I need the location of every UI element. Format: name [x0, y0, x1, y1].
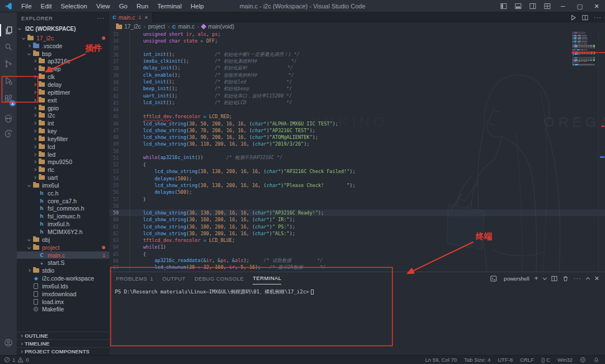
code-line-43[interactable]: 43 lcd_init(); /* 初始化LCD */ — [109, 100, 605, 106]
close-button[interactable]: ✕ — [588, 0, 605, 12]
platform[interactable]: Win32 — [557, 357, 573, 363]
code-line-46[interactable]: 46 lcd_show_string(30, 50, 200, 16, 16, … — [109, 120, 605, 127]
chevron-right-icon[interactable] — [33, 122, 36, 125]
menu-selection[interactable]: Selection — [56, 0, 91, 12]
code-line-45[interactable]: 45 tftlcd_dev.forecolor = LCD_RED; — [109, 113, 605, 120]
section-outline[interactable]: OUTLINE — [17, 332, 109, 339]
tree-item-cc.h[interactable]: hcc.h — [17, 189, 109, 197]
problems-status[interactable]: 1 0 — [4, 357, 29, 363]
restore-button[interactable]: ▢ — [571, 0, 588, 12]
menu-view[interactable]: View — [92, 0, 115, 12]
tree-item-project[interactable]: project — [17, 244, 109, 251]
chevron-right-icon[interactable] — [27, 269, 31, 272]
code-line-66[interactable]: 66 ap3216c_readdata(&ir, &ps, &als); /* … — [109, 258, 605, 264]
code-line-34[interactable]: 34 unsigned char state = OFF; — [109, 38, 605, 44]
kill-terminal-icon[interactable] — [562, 276, 569, 282]
maximize-panel-icon[interactable] — [586, 277, 590, 281]
code-line-64[interactable]: 64 while(1) — [109, 244, 605, 250]
code-line-39[interactable]: 39 clk_enable(); /* 使能所有的时钟 */ — [109, 72, 605, 79]
code-line-44[interactable]: 44 — [109, 106, 605, 113]
code-line-50[interactable]: 50 — [109, 148, 605, 155]
chevron-right-icon[interactable] — [33, 161, 36, 164]
chevron-right-icon[interactable] — [27, 44, 31, 48]
chevron-right-icon[interactable] — [33, 153, 36, 156]
terminal-dropdown-icon[interactable] — [543, 276, 547, 279]
minimize-button[interactable]: ─ — [555, 0, 571, 12]
code-line-38[interactable]: 38 delay_init(); /* 初始化延时 */ — [109, 65, 605, 72]
explorer-more-icon[interactable]: ··· — [97, 15, 105, 21]
bell-icon[interactable] — [593, 357, 599, 363]
chevron-right-icon[interactable] — [33, 106, 36, 110]
alien-extension-icon[interactable] — [0, 111, 17, 127]
chevron-right-icon[interactable] — [33, 67, 36, 71]
chevron-right-icon[interactable] — [33, 137, 36, 141]
breadcrumb-item-main-c[interactable]: main.c — [178, 24, 194, 30]
panel-tab-problems[interactable]: PROBLEMS1 — [116, 272, 153, 284]
chevron-right-icon[interactable] — [33, 176, 36, 179]
split-terminal-icon[interactable] — [551, 276, 557, 282]
code-line-37[interactable]: 37 imx6u_clkinit(); /* 初始化系统时钟 */ — [109, 58, 605, 65]
code-editor[interactable]: YUKINO OREGAIRU 33 unsigned short ir, al… — [109, 31, 605, 272]
code-line-47[interactable]: 47 lcd_show_string(30, 70, 200, 16, 16, … — [109, 127, 605, 134]
breadcrumb-item-17-i2c[interactable]: 17_i2c — [124, 24, 141, 30]
cursor-position[interactable]: Ln 59, Col 70 — [425, 357, 457, 363]
tree-item-int[interactable]: int — [17, 119, 109, 127]
feedback-icon[interactable] — [580, 357, 586, 363]
tab-size[interactable]: Tab Size: 4 — [464, 357, 490, 363]
tree-item-uart[interactable]: uart — [17, 174, 109, 181]
tree-item-ap3216c[interactable]: ap3216c — [17, 58, 109, 66]
code-line-41[interactable]: 41 beep_init(); /* 初始化beep */ — [109, 86, 605, 92]
panel-tab-terminal[interactable]: TERMINAL — [253, 272, 281, 284]
toggle-secondary-sidebar-icon[interactable] — [529, 3, 536, 10]
source-control-icon[interactable] — [0, 56, 17, 72]
tree-item-lcd[interactable]: lcd — [17, 143, 109, 151]
new-terminal-icon[interactable]: + — [534, 274, 538, 282]
menu-go[interactable]: Go — [114, 0, 132, 12]
tree-item-key[interactable]: key — [17, 127, 109, 135]
code-line-51[interactable]: 51 while(ap3216c_init()) /* 检测不到AP3216C … — [109, 155, 605, 161]
menu-help[interactable]: Help — [186, 0, 208, 12]
chevron-right-icon[interactable] — [33, 91, 36, 94]
breadcrumb-item-main-void-[interactable]: main(void) — [208, 24, 234, 30]
split-editor-icon[interactable] — [582, 15, 588, 21]
tree-item-.vscode[interactable]: .vscode — [17, 42, 109, 50]
tree-item-MCIMX6Y2.h[interactable]: hMCIMX6Y2.h — [17, 228, 109, 236]
code-line-54[interactable]: 54 delayms(500); — [109, 175, 605, 182]
run-button[interactable] — [570, 15, 576, 21]
tree-item-fsl_common.h[interactable]: hfsl_common.h — [17, 205, 109, 213]
code-line-53[interactable]: 53 lcd_show_string(30, 130, 200, 16, 16,… — [109, 168, 605, 175]
chevron-right-icon[interactable] — [33, 168, 36, 171]
code-line-42[interactable]: 42 uart_init(); /* 初始化串口，波特率115200 */ — [109, 92, 605, 99]
search-icon[interactable] — [0, 39, 17, 55]
code-line-33[interactable]: 33 unsigned short ir, als, ps; — [109, 31, 605, 38]
tree-item-keyfilter[interactable]: keyfilter — [17, 135, 109, 143]
tree-item-imx6ul.h[interactable]: himx6ul.h — [17, 220, 109, 228]
menu-file[interactable]: File — [17, 0, 36, 12]
menu-run[interactable]: Run — [132, 0, 153, 12]
code-line-56[interactable]: 56 delayms(500); — [109, 189, 605, 195]
chevron-right-icon[interactable] — [33, 83, 36, 86]
tree-item-clk[interactable]: clk — [17, 73, 109, 81]
terminal-prompt[interactable]: PS D:\Research materials\Linux—IMX6UL\例程… — [115, 288, 314, 296]
tree-item-Makefile[interactable]: Makefile — [17, 306, 109, 314]
code-line-36[interactable]: 36 int_init(); /* 初始化中断(一定要最先调用！) */ — [109, 52, 605, 58]
code-line-52[interactable]: 52 { — [109, 161, 605, 168]
tree-item-imxdownload[interactable]: imxdownload — [17, 290, 109, 298]
code-line-40[interactable]: 40 led_init(); /* 初始化led */ — [109, 79, 605, 86]
workspace-root[interactable]: I2C (WORKSPACE) — [17, 24, 109, 34]
tree-item-fsl_iomuxc.h[interactable]: hfsl_iomuxc.h — [17, 212, 109, 220]
chevron-down-icon[interactable] — [27, 238, 31, 241]
explorer-icon[interactable] — [0, 22, 17, 38]
menu-edit[interactable]: Edit — [36, 0, 57, 12]
account-icon[interactable] — [0, 335, 17, 351]
language-mode[interactable]: {} C — [541, 357, 550, 363]
panel-tab-output[interactable]: OUTPUT — [162, 272, 185, 284]
tree-item-i2c[interactable]: i2c — [17, 111, 109, 119]
code-line-57[interactable]: 57 } — [109, 195, 605, 202]
eol[interactable]: CRLF — [520, 357, 534, 363]
section-project-components[interactable]: PROJECT COMPONENTS — [17, 347, 109, 355]
panel-more-icon[interactable]: ··· — [574, 275, 581, 282]
chevron-right-icon[interactable] — [33, 99, 36, 102]
tree-item-stdio[interactable]: stdio — [17, 267, 109, 274]
toggle-sidebar-icon[interactable] — [500, 3, 507, 10]
